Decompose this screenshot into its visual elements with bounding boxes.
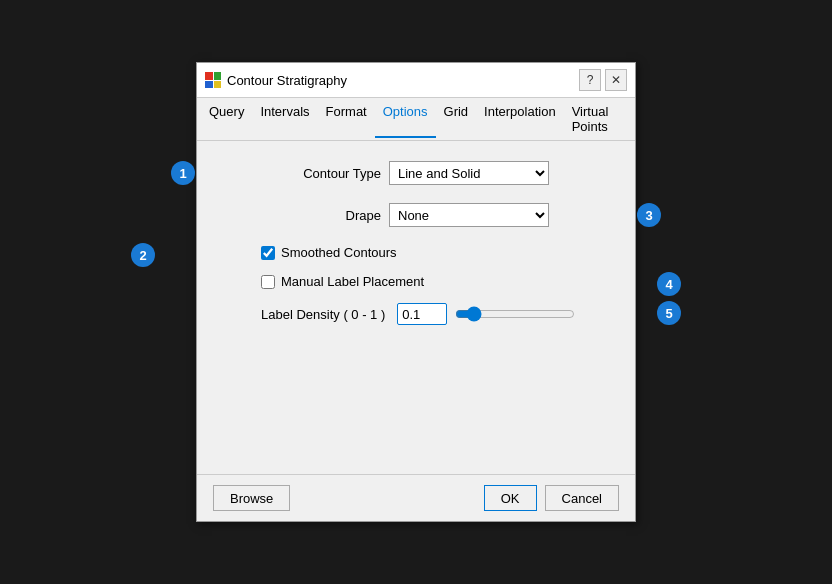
drape-select[interactable]: None Surface Volume: [389, 203, 549, 227]
label-density-row: Label Density ( 0 - 1 ) 5: [221, 303, 611, 325]
label-density-slider[interactable]: [455, 306, 575, 322]
content-area: 1 Contour Type Line and Solid Line Only …: [197, 141, 635, 474]
menu-item-format[interactable]: Format: [318, 100, 375, 138]
contour-type-select[interactable]: Line and Solid Line Only Solid Only: [389, 161, 549, 185]
manual-label-row: Manual Label Placement 4: [221, 274, 611, 289]
contour-type-row: 1 Contour Type Line and Solid Line Only …: [221, 161, 611, 185]
contour-type-label: Contour Type: [221, 166, 381, 181]
drape-label: Drape: [221, 208, 381, 223]
cancel-button[interactable]: Cancel: [545, 485, 619, 511]
drape-control: None Surface Volume: [389, 203, 611, 227]
label-density-input[interactable]: [397, 303, 447, 325]
menu-item-interpolation[interactable]: Interpolation: [476, 100, 564, 138]
browse-button[interactable]: Browse: [213, 485, 290, 511]
dialog: Contour Stratigraphy ? ✕ Query Intervals…: [196, 62, 636, 522]
close-button[interactable]: ✕: [605, 69, 627, 91]
menu-item-options[interactable]: Options: [375, 100, 436, 138]
smoothed-contours-checkbox[interactable]: [261, 246, 275, 260]
title-bar-left: Contour Stratigraphy: [205, 72, 347, 88]
badge-5: 5: [657, 301, 681, 325]
app-icon: [205, 72, 221, 88]
drape-row: Drape None Surface Volume 3: [221, 203, 611, 227]
badge-3: 3: [637, 203, 661, 227]
footer: Browse OK Cancel: [197, 474, 635, 521]
badge-1: 1: [171, 161, 195, 185]
manual-label-label[interactable]: Manual Label Placement: [281, 274, 424, 289]
dialog-title: Contour Stratigraphy: [227, 73, 347, 88]
title-buttons: ? ✕: [579, 69, 627, 91]
contour-type-control: Line and Solid Line Only Solid Only: [389, 161, 611, 185]
badge-4: 4: [657, 272, 681, 296]
ok-button[interactable]: OK: [484, 485, 537, 511]
label-density-label: Label Density ( 0 - 1 ): [261, 307, 385, 322]
menu-item-grid[interactable]: Grid: [436, 100, 477, 138]
smoothed-contours-row: 2 Smoothed Contours: [221, 245, 611, 260]
title-bar: Contour Stratigraphy ? ✕: [197, 63, 635, 98]
manual-label-checkbox[interactable]: [261, 275, 275, 289]
menu-item-virtual-points[interactable]: Virtual Points: [564, 100, 631, 138]
menu-bar: Query Intervals Format Options Grid Inte…: [197, 98, 635, 141]
footer-left: Browse: [213, 485, 476, 511]
menu-item-intervals[interactable]: Intervals: [252, 100, 317, 138]
badge-2: 2: [131, 243, 155, 267]
smoothed-contours-label[interactable]: Smoothed Contours: [281, 245, 397, 260]
help-button[interactable]: ?: [579, 69, 601, 91]
menu-item-query[interactable]: Query: [201, 100, 252, 138]
